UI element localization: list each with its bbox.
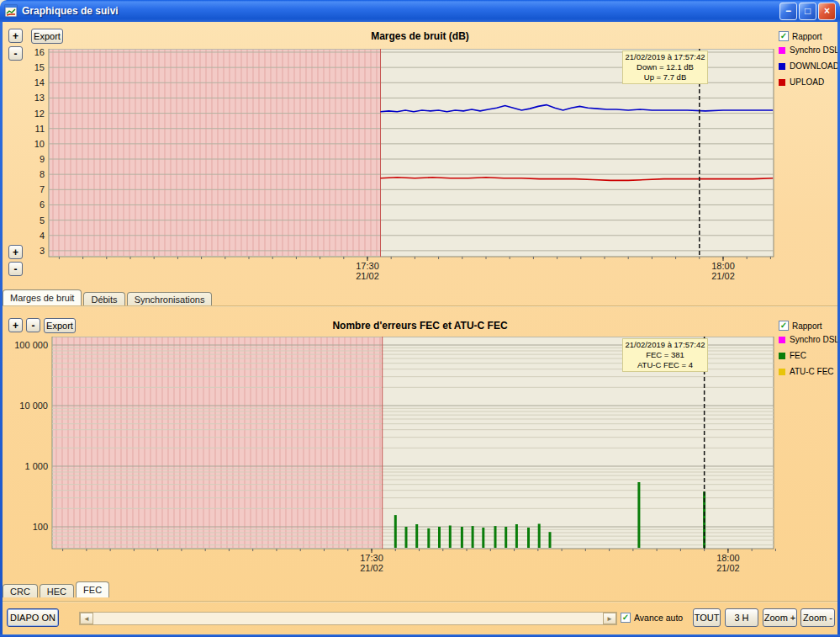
- bar-fec: [549, 532, 552, 548]
- arrow-right-icon: ►: [606, 615, 613, 623]
- rapport-checkbox[interactable]: ✓: [779, 31, 789, 41]
- three-hours-button[interactable]: 3 H: [725, 608, 758, 627]
- tab-crc[interactable]: CRC: [3, 584, 38, 597]
- panel-divider: [0, 305, 840, 307]
- bar-fec: [438, 527, 441, 548]
- x-tick-date: 21/02: [711, 271, 735, 281]
- top-chart-tabs: Marges de bruitDébitsSynchronisations: [3, 289, 214, 305]
- close-button[interactable]: ×: [818, 3, 836, 20]
- rapport-label: Rapport: [792, 32, 822, 41]
- y-tick-label: 1 000: [24, 461, 48, 471]
- tout-button[interactable]: TOUT: [693, 608, 721, 627]
- minus-icon: -: [14, 263, 18, 275]
- tab-d-bits[interactable]: Débits: [83, 292, 124, 305]
- bottom-chart-tabs: CRCHECFEC: [3, 581, 111, 597]
- y-tick-label: 100 000: [14, 340, 48, 350]
- scroll-left-button[interactable]: ◄: [80, 613, 93, 624]
- top-chart-title: Marges de bruit (dB): [0, 30, 840, 42]
- tooltip-up-value: Up = 7.7 dB: [625, 72, 705, 82]
- y-tick-label: 12: [34, 109, 45, 119]
- check-icon: ✓: [780, 32, 787, 40]
- window-frame: [0, 20, 3, 637]
- tooltip-down-value: Down = 12.1 dB: [625, 62, 705, 72]
- bar-fec: [427, 528, 430, 548]
- y-tick-label: 16: [34, 49, 45, 57]
- tab-synchronisations[interactable]: Synchronisations: [127, 292, 213, 305]
- y-tick-label: 6: [40, 199, 45, 210]
- avance-auto-label: Avance auto: [634, 613, 683, 623]
- arrow-left-icon: ◄: [83, 615, 90, 623]
- toolbar-divider: [0, 601, 840, 602]
- minimize-icon: −: [785, 6, 791, 16]
- tab-hec[interactable]: HEC: [40, 584, 74, 597]
- y-tick-label: 5: [40, 215, 45, 226]
- tooltip-fec-value: FEC = 381: [625, 350, 705, 360]
- top-rapport-checkbox-row: ✓ Rapport: [779, 31, 822, 41]
- zoom-in-button[interactable]: Zoom +: [763, 608, 797, 627]
- app-window: Graphiques de suivi − □ × + Export - Mar…: [0, 0, 840, 637]
- bottom-chart-tooltip: 21/02/2019 à 17:57:42 FEC = 381 ATU-C FE…: [622, 338, 708, 372]
- bar-fec: [515, 524, 518, 548]
- maximize-button[interactable]: □: [799, 3, 816, 20]
- bar-fec: [538, 524, 541, 549]
- check-icon: ✓: [780, 321, 787, 330]
- close-icon: ×: [824, 6, 830, 16]
- bar-fec: [505, 527, 507, 548]
- y-tick-label: 3: [40, 246, 45, 256]
- y-tick-label: 7: [40, 184, 45, 194]
- avance-auto-checkbox-row: ✓ Avance auto: [621, 613, 683, 623]
- tooltip-timestamp: 21/02/2019 à 17:57:42: [625, 340, 705, 350]
- tab-fec[interactable]: FEC: [76, 581, 109, 597]
- tout-button-label: TOUT: [695, 613, 720, 623]
- y-tick-label: 4: [40, 231, 45, 241]
- app-icon: [4, 4, 18, 18]
- top-chart-tooltip: 21/02/2019 à 17:57:42 Down = 12.1 dB Up …: [622, 50, 708, 84]
- diapo-toggle-button[interactable]: DIAPO ON: [7, 608, 59, 627]
- bar-fec: [527, 528, 530, 548]
- x-tick-time: 18:00: [711, 261, 735, 271]
- rapport-checkbox[interactable]: ✓: [779, 321, 789, 331]
- maximize-icon: □: [805, 6, 811, 16]
- zoom-out-button-label: Zoom -: [803, 613, 832, 623]
- tooltip-timestamp: 21/02/2019 à 17:57:42: [625, 52, 705, 62]
- bar-fec: [494, 526, 497, 548]
- bar-fec: [637, 482, 640, 548]
- fec-errors-chart: 100 00010 0001 00010017:3021/0218:0021/0…: [0, 337, 840, 581]
- window-title: Graphiques de suivi: [22, 5, 779, 17]
- y-tick-label: 15: [34, 62, 45, 72]
- three-hours-button-label: 3 H: [734, 613, 748, 623]
- x-tick-date: 21/02: [356, 271, 379, 281]
- minimize-button[interactable]: −: [779, 3, 797, 20]
- window-buttons: − □ ×: [779, 3, 836, 20]
- y-tick-label: 13: [34, 93, 45, 103]
- x-tick-time: 18:00: [716, 553, 740, 563]
- tab-marges-de-bruit[interactable]: Marges de bruit: [3, 289, 82, 305]
- y-tick-label: 11: [35, 124, 45, 134]
- avance-auto-checkbox[interactable]: ✓: [621, 613, 631, 623]
- bar-fec: [449, 526, 452, 549]
- time-scrollbar[interactable]: ◄ ►: [79, 612, 617, 625]
- y-tick-label: 9: [40, 154, 45, 164]
- plus-icon: +: [13, 247, 18, 258]
- zoom-out-button[interactable]: Zoom -: [800, 608, 835, 627]
- top-chart-zoom-out-x-button[interactable]: -: [8, 262, 23, 276]
- bar-fec: [405, 527, 408, 548]
- bar-fec: [472, 526, 474, 548]
- bar-fec: [482, 528, 484, 548]
- scroll-right-button[interactable]: ►: [603, 613, 616, 624]
- diapo-button-label: DIAPO ON: [10, 613, 55, 623]
- bar-fec: [461, 527, 463, 548]
- top-chart-zoom-in-x-button[interactable]: +: [8, 245, 23, 259]
- y-tick-label: 100: [33, 522, 48, 532]
- bar-fec: [415, 524, 418, 548]
- x-tick-date: 21/02: [716, 563, 740, 573]
- x-tick-time: 17:30: [360, 553, 383, 563]
- check-icon: ✓: [622, 613, 629, 622]
- noise-margin-chart: 16151413121110987654317:3021/0218:0021/0…: [0, 49, 840, 289]
- y-tick-label: 8: [40, 169, 45, 179]
- zoom-in-button-label: Zoom +: [764, 613, 796, 623]
- x-tick-date: 21/02: [360, 563, 383, 573]
- y-tick-label: 10: [34, 139, 45, 149]
- no-data-region: [50, 50, 381, 256]
- rapport-label: Rapport: [792, 321, 822, 331]
